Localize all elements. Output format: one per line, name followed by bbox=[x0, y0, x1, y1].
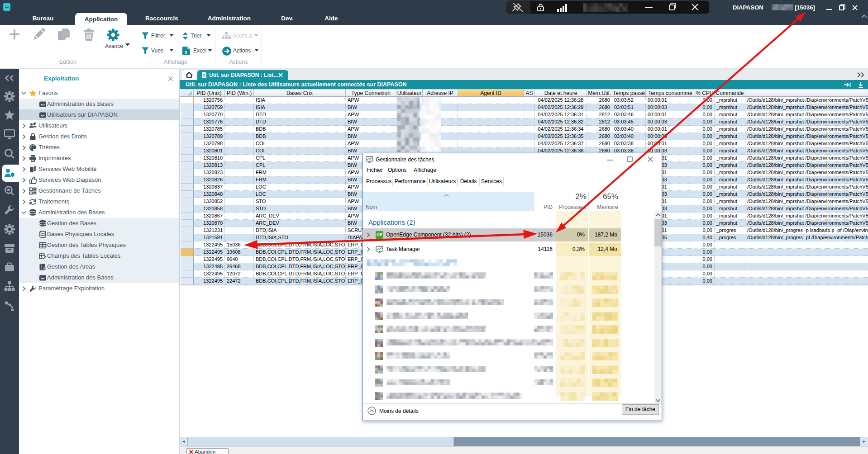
svg-text:x: x bbox=[185, 50, 187, 55]
